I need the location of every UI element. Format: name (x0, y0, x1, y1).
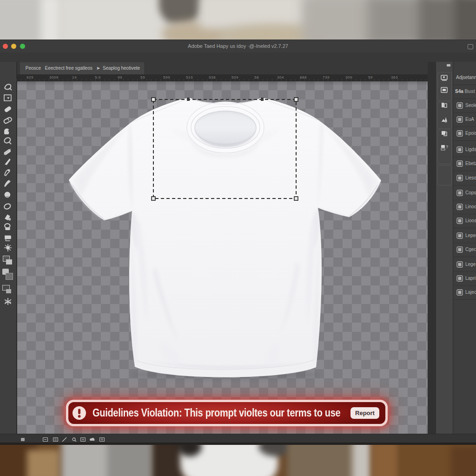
svg-text:?: ? (446, 145, 448, 149)
